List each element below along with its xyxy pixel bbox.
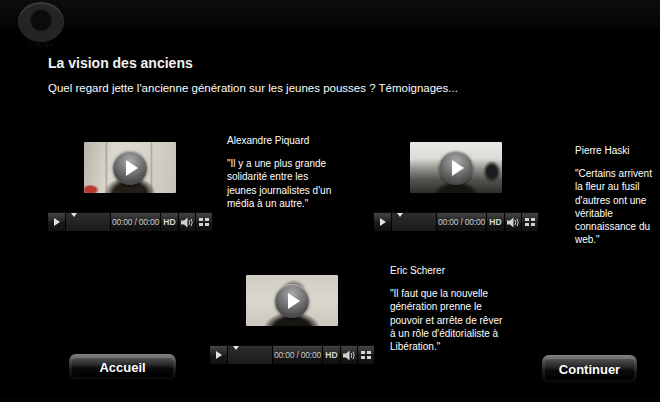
video-thumbnail[interactable] (84, 142, 176, 193)
owni-logo[interactable]: OWNI (15, 2, 67, 48)
player-controls: 00:00 / 00:00 HD (210, 345, 374, 364)
speaker-icon (343, 350, 356, 361)
video-player-piquard[interactable]: 00:00 / 00:00 HD (48, 112, 212, 232)
continue-button-label: Continuer (545, 358, 634, 380)
player-controls: 00:00 / 00:00 HD (48, 212, 212, 231)
speaker-name: Alexandre Piquard (227, 135, 339, 146)
volume-icon[interactable] (341, 346, 358, 364)
testimonial-scherer: Eric Scherer "Il faut que la nouvelle gé… (390, 265, 504, 353)
time-display: 00:00 / 00:00 (111, 213, 161, 231)
owni-logo-text: OWNI (15, 41, 67, 48)
speaker-quote: "Certains arrivent la fleur au fusil d'a… (575, 167, 659, 247)
play-triangle-icon (288, 293, 300, 309)
speaker-icon (181, 217, 194, 228)
fullscreen-glyph-icon (199, 218, 209, 226)
fullscreen-icon[interactable] (196, 213, 212, 231)
play-overlay-icon[interactable] (439, 151, 473, 185)
play-overlay-icon[interactable] (113, 151, 147, 185)
speaker-icon (507, 217, 520, 228)
video-player-scherer[interactable]: 00:00 / 00:00 HD (210, 245, 374, 365)
play-button[interactable] (48, 213, 66, 231)
playhead-marker[interactable] (397, 213, 403, 217)
hd-toggle[interactable]: HD (323, 346, 341, 364)
testimonial-piquard: Alexandre Piquard "Il y a une plus grand… (227, 135, 339, 210)
play-icon (380, 218, 386, 226)
fullscreen-icon[interactable] (358, 346, 374, 364)
speaker-quote: "Il y a une plus grande solidarité entre… (227, 157, 339, 210)
progress-bar[interactable] (228, 346, 273, 364)
volume-icon[interactable] (505, 213, 522, 231)
fullscreen-icon[interactable] (522, 213, 538, 231)
video-thumbnail[interactable] (410, 142, 502, 193)
app-window: OWNI La vision des anciens Quel regard j… (0, 0, 660, 402)
page-subtitle: Quel regard jette l'ancienne génération … (48, 82, 458, 94)
owni-ring-icon (18, 2, 64, 42)
time-display: 00:00 / 00:00 (273, 346, 323, 364)
playhead-marker[interactable] (233, 346, 239, 350)
playhead-marker[interactable] (71, 213, 77, 217)
home-button[interactable]: Accueil (69, 354, 176, 380)
continue-button[interactable]: Continuer (542, 355, 637, 383)
play-icon (54, 218, 60, 226)
player-controls: 00:00 / 00:00 HD (374, 212, 538, 231)
speaker-name: Eric Scherer (390, 265, 504, 276)
home-button-label: Accueil (72, 357, 173, 377)
fullscreen-glyph-icon (361, 351, 371, 359)
speaker-name: Pierre Haski (575, 145, 659, 156)
video-player-haski[interactable]: 00:00 / 00:00 HD (374, 112, 538, 232)
progress-bar[interactable] (392, 213, 437, 231)
play-triangle-icon (126, 160, 138, 176)
page-title: La vision des anciens (48, 55, 193, 71)
testimonial-haski: Pierre Haski "Certains arrivent la fleur… (575, 145, 659, 247)
hd-toggle[interactable]: HD (487, 213, 505, 231)
volume-icon[interactable] (179, 213, 196, 231)
play-overlay-icon[interactable] (275, 284, 309, 318)
play-triangle-icon (452, 160, 464, 176)
play-button[interactable] (210, 346, 228, 364)
speaker-quote: "Il faut que la nouvelle génération pren… (390, 287, 504, 353)
bottom-strip (0, 396, 660, 402)
time-display: 00:00 / 00:00 (437, 213, 487, 231)
video-thumbnail[interactable] (246, 275, 338, 326)
play-button[interactable] (374, 213, 392, 231)
fullscreen-glyph-icon (525, 218, 535, 226)
hd-toggle[interactable]: HD (161, 213, 179, 231)
play-icon (216, 351, 222, 359)
progress-bar[interactable] (66, 213, 111, 231)
top-bar (0, 0, 660, 29)
